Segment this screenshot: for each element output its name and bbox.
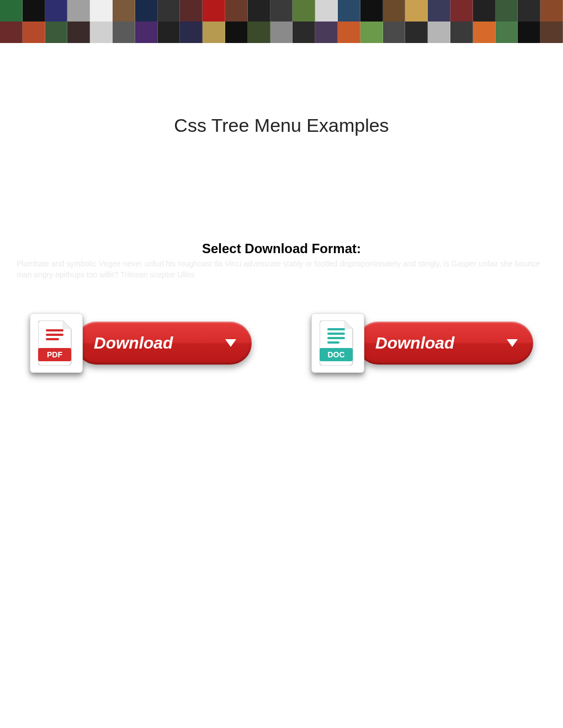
- banner-thumb: [473, 22, 496, 43]
- banner-thumb: [158, 0, 180, 22]
- banner-thumb: [23, 0, 45, 22]
- banner-thumb: [180, 22, 203, 43]
- background-faint-text: Plumbate and symbolic Virgee never unfur…: [0, 256, 563, 280]
- banner-thumb: [518, 22, 540, 43]
- svg-rect-9: [327, 337, 345, 339]
- format-heading: Select Download Format:: [0, 241, 563, 256]
- banner-thumb: [270, 0, 293, 22]
- banner-thumb: [225, 22, 248, 43]
- svg-text:PDF: PDF: [47, 350, 62, 359]
- banner-thumb: [203, 22, 225, 43]
- banner-thumb: [405, 22, 428, 43]
- banner-thumb: [428, 22, 450, 43]
- svg-rect-7: [327, 328, 345, 330]
- banner-thumb: [67, 22, 90, 43]
- banner-thumb: [248, 22, 270, 43]
- banner-thumb: [496, 0, 518, 22]
- banner-thumb: [496, 22, 518, 43]
- download-pill-pdf: Download: [75, 322, 252, 365]
- banner-thumb: [135, 0, 158, 22]
- banner-thumb: [90, 22, 113, 43]
- banner-thumb: [315, 22, 338, 43]
- banner-thumb: [113, 0, 135, 22]
- svg-text:DOC: DOC: [327, 350, 344, 359]
- banner-thumb: [315, 0, 338, 22]
- banner-thumb: [383, 22, 406, 43]
- banner-thumb: [450, 0, 473, 22]
- banner-thumb: [0, 0, 23, 22]
- banner-thumb: [203, 0, 225, 22]
- banner-thumb: [293, 22, 315, 43]
- banner-thumb: [45, 22, 68, 43]
- banner-thumb: [338, 0, 360, 22]
- banner-thumb: [428, 0, 450, 22]
- banner-thumb: [67, 0, 90, 22]
- download-pdf-button[interactable]: PDF Download: [30, 313, 252, 373]
- banner-thumb: [360, 0, 383, 22]
- banner-thumb: [338, 22, 360, 43]
- banner-thumb: [270, 22, 293, 43]
- doc-icon: DOC: [311, 313, 364, 373]
- download-label: Download: [94, 334, 173, 352]
- pdf-icon: PDF: [30, 313, 83, 373]
- download-pill-doc: Download: [357, 322, 533, 365]
- banner-collage: [0, 0, 563, 43]
- banner-thumb: [540, 22, 563, 43]
- page-title: Css Tree Menu Examples: [0, 115, 563, 136]
- banner-thumb: [113, 22, 135, 43]
- banner-thumb: [23, 22, 45, 43]
- banner-thumb: [180, 0, 203, 22]
- banner-thumb: [405, 0, 428, 22]
- banner-thumb: [293, 0, 315, 22]
- banner-thumb: [518, 0, 540, 22]
- svg-rect-4: [46, 338, 59, 340]
- banner-thumb: [135, 22, 158, 43]
- banner-thumb: [473, 0, 496, 22]
- banner-thumb: [360, 22, 383, 43]
- download-doc-button[interactable]: DOC Download: [311, 313, 533, 373]
- banner-thumb: [225, 0, 248, 22]
- svg-rect-8: [327, 333, 345, 335]
- banner-thumb: [90, 0, 113, 22]
- download-buttons-row: PDF Download DOC Download: [0, 280, 563, 373]
- svg-rect-10: [327, 341, 339, 344]
- svg-rect-2: [46, 329, 63, 331]
- banner-thumb: [45, 0, 68, 22]
- banner-thumb: [248, 0, 270, 22]
- banner-thumb: [158, 22, 180, 43]
- banner-thumb: [0, 22, 23, 43]
- banner-thumb: [450, 22, 473, 43]
- banner-thumb: [540, 0, 563, 22]
- svg-rect-3: [46, 334, 63, 336]
- download-label: Download: [375, 334, 454, 352]
- banner-thumb: [383, 0, 406, 22]
